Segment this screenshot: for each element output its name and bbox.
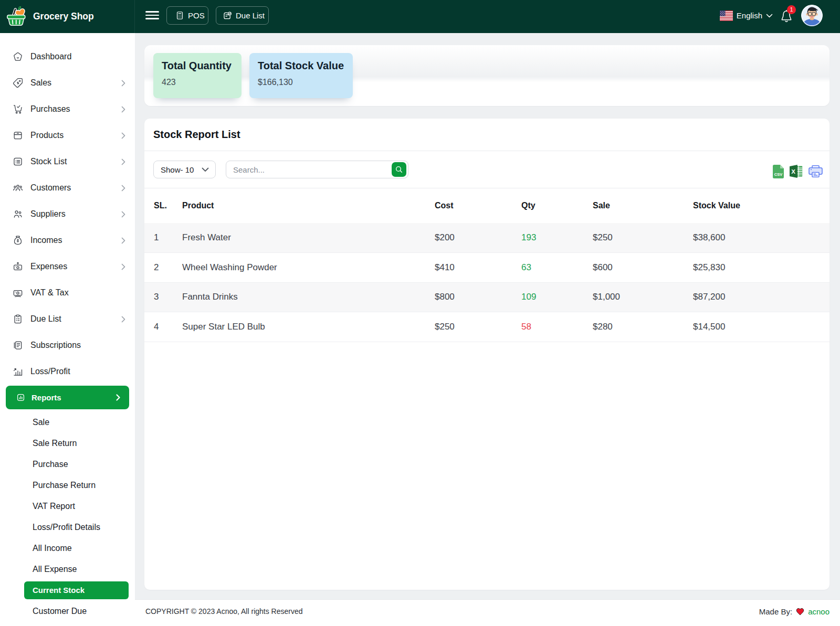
svg-text:CSV: CSV: [774, 172, 782, 177]
svg-text:X: X: [791, 168, 795, 175]
